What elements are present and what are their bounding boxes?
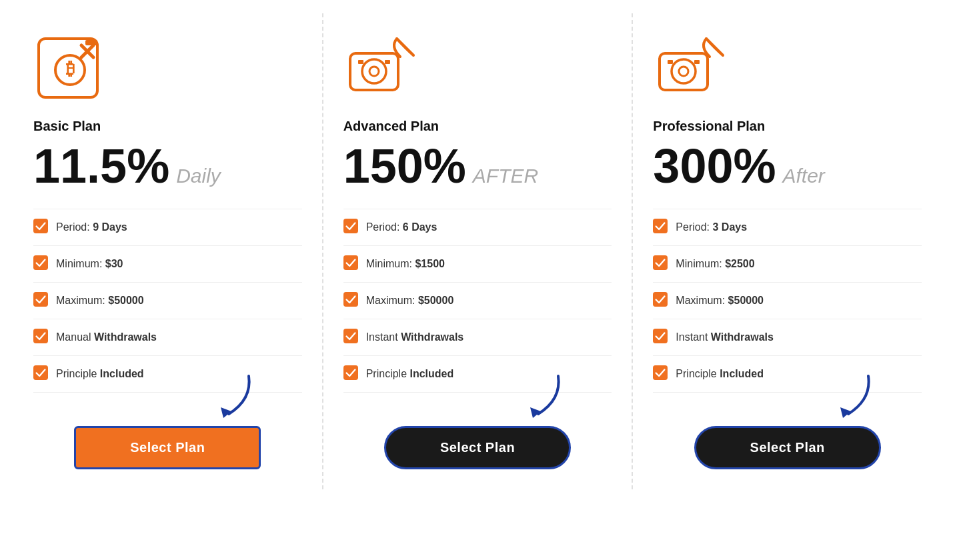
checkmark-icon xyxy=(343,255,358,273)
plan-card-professional: Professional Plan300%After Period: 3 Day… xyxy=(633,13,942,489)
btn-wrapper-basic: Select Plan xyxy=(33,413,302,489)
arrow-icon-advanced xyxy=(518,373,572,422)
checkmark-icon xyxy=(343,329,358,346)
svg-rect-21 xyxy=(343,329,358,343)
basic-mining-icon: ₿ xyxy=(33,33,107,107)
svg-rect-34 xyxy=(653,365,668,380)
btn-wrapper-professional: Select Plan xyxy=(653,413,922,489)
svg-point-14 xyxy=(369,67,379,76)
plan-rate-label-advanced: AFTER xyxy=(473,165,538,187)
svg-point-25 xyxy=(672,59,696,83)
plan-name-advanced: Advanced Plan xyxy=(343,119,612,134)
feature-text-professional-1: Minimum: $2500 xyxy=(676,258,754,270)
btn-wrapper-advanced: Select Plan xyxy=(343,413,612,489)
svg-rect-28 xyxy=(694,60,700,64)
feature-text-basic-4: Principle Included xyxy=(56,368,144,380)
feature-text-basic-1: Minimum: $30 xyxy=(56,258,123,270)
plan-name-professional: Professional Plan xyxy=(653,119,922,134)
checkmark-icon xyxy=(653,219,668,236)
plan-card-basic: ₿ Basic Plan11.5%Daily Period: 9 Days Mi… xyxy=(13,13,323,489)
feature-text-basic-0: Period: 9 Days xyxy=(56,221,127,233)
svg-rect-27 xyxy=(668,60,673,64)
svg-rect-31 xyxy=(653,255,668,270)
checkmark-icon xyxy=(33,219,48,236)
feature-text-professional-2: Maximum: $50000 xyxy=(676,295,764,307)
feature-text-advanced-4: Principle Included xyxy=(366,368,454,380)
feature-text-basic-3: Manual Withdrawals xyxy=(56,331,157,343)
plan-features-professional: Period: 3 Days Minimum: $2500 Maximum: $… xyxy=(653,209,922,393)
svg-rect-7 xyxy=(33,255,48,270)
list-item: Instant Withdrawals xyxy=(343,319,612,356)
feature-text-advanced-2: Maximum: $50000 xyxy=(366,295,454,307)
plan-rate-label-basic: Daily xyxy=(176,165,221,187)
list-item: Period: 3 Days xyxy=(653,209,922,246)
checkmark-icon xyxy=(33,292,48,309)
plan-rate-container-professional: 300%After xyxy=(653,142,922,190)
list-item: Minimum: $2500 xyxy=(653,246,922,283)
svg-rect-20 xyxy=(343,292,358,307)
svg-text:₿: ₿ xyxy=(66,59,75,79)
svg-rect-8 xyxy=(33,292,48,307)
checkmark-icon xyxy=(33,329,48,346)
plan-rate-professional: 300% xyxy=(653,142,776,190)
list-item: Manual Withdrawals xyxy=(33,319,302,356)
checkmark-icon xyxy=(343,219,358,236)
select-plan-button-advanced[interactable]: Select Plan xyxy=(384,426,571,469)
select-plan-button-basic[interactable]: Select Plan xyxy=(74,426,261,469)
list-item: Instant Withdrawals xyxy=(653,319,922,356)
list-item: Minimum: $1500 xyxy=(343,246,612,283)
feature-text-basic-2: Maximum: $50000 xyxy=(56,295,144,307)
checkmark-icon xyxy=(653,365,668,383)
svg-rect-33 xyxy=(653,329,668,343)
plan-rate-label-professional: After xyxy=(783,165,825,187)
checkmark-icon xyxy=(343,365,358,383)
svg-rect-5 xyxy=(85,40,97,45)
plan-rate-container-basic: 11.5%Daily xyxy=(33,142,302,190)
svg-rect-15 xyxy=(358,60,363,64)
plan-features-advanced: Period: 6 Days Minimum: $1500 Maximum: $… xyxy=(343,209,612,393)
plan-rate-container-advanced: 150%AFTER xyxy=(343,142,612,190)
svg-point-13 xyxy=(362,59,386,83)
svg-point-26 xyxy=(679,67,688,76)
list-item: Maximum: $50000 xyxy=(343,283,612,319)
checkmark-icon xyxy=(653,292,668,309)
list-item: Maximum: $50000 xyxy=(653,283,922,319)
svg-rect-18 xyxy=(343,219,358,233)
checkmark-icon xyxy=(653,255,668,273)
plan-features-basic: Period: 9 Days Minimum: $30 Maximum: $50… xyxy=(33,209,302,393)
svg-rect-19 xyxy=(343,255,358,270)
plan-card-advanced: Advanced Plan150%AFTER Period: 6 Days Mi… xyxy=(323,13,634,489)
list-item: Period: 9 Days xyxy=(33,209,302,246)
feature-text-advanced-1: Minimum: $1500 xyxy=(366,258,445,270)
checkmark-icon xyxy=(33,255,48,273)
advanced-mining-icon xyxy=(343,33,417,107)
checkmark-icon xyxy=(343,292,358,309)
svg-rect-22 xyxy=(343,365,358,380)
arrow-icon-basic xyxy=(209,373,262,422)
checkmark-icon xyxy=(653,329,668,346)
feature-text-advanced-3: Instant Withdrawals xyxy=(366,331,464,343)
feature-text-professional-4: Principle Included xyxy=(676,368,764,380)
svg-rect-9 xyxy=(33,329,48,343)
professional-mining-icon xyxy=(653,33,726,107)
list-item: Minimum: $30 xyxy=(33,246,302,283)
svg-rect-32 xyxy=(653,292,668,307)
svg-rect-10 xyxy=(33,365,48,380)
plans-container: ₿ Basic Plan11.5%Daily Period: 9 Days Mi… xyxy=(0,13,955,489)
svg-rect-6 xyxy=(33,219,48,233)
arrow-icon-professional xyxy=(828,373,882,422)
plan-name-basic: Basic Plan xyxy=(33,119,302,134)
list-item: Maximum: $50000 xyxy=(33,283,302,319)
checkmark-icon xyxy=(33,365,48,383)
list-item: Period: 6 Days xyxy=(343,209,612,246)
feature-text-professional-0: Period: 3 Days xyxy=(676,221,747,233)
plan-rate-advanced: 150% xyxy=(343,142,466,190)
svg-marker-35 xyxy=(840,407,851,418)
svg-marker-23 xyxy=(530,407,541,418)
svg-rect-30 xyxy=(653,219,668,233)
plan-rate-basic: 11.5% xyxy=(33,142,169,190)
select-plan-button-professional[interactable]: Select Plan xyxy=(694,426,881,469)
svg-rect-16 xyxy=(385,60,390,64)
feature-text-advanced-0: Period: 6 Days xyxy=(366,221,437,233)
feature-text-professional-3: Instant Withdrawals xyxy=(676,331,774,343)
